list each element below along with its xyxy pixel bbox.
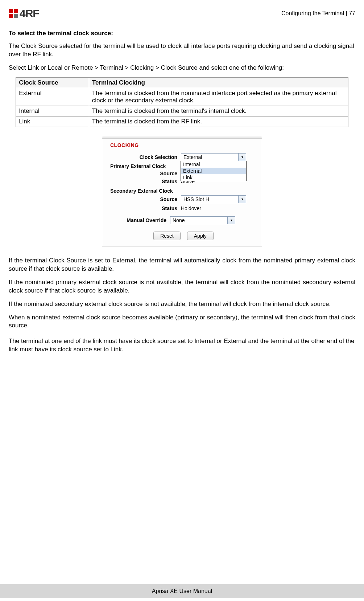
- logo-icon: [9, 9, 18, 18]
- table-header-2: Terminal Clocking: [89, 77, 348, 88]
- secondary-source-value: HSS Slot H: [183, 196, 209, 202]
- para-3: If the nominated secondary external cloc…: [9, 300, 355, 308]
- apply-button[interactable]: Apply: [187, 232, 214, 240]
- manual-override-label: Manual Override: [110, 217, 170, 223]
- table-header-1: Clock Source: [16, 77, 89, 88]
- page-footer: Aprisa XE User Manual: [0, 584, 364, 598]
- page-number: 77: [349, 10, 355, 16]
- clock-selection-dropdown[interactable]: Internal External Link: [181, 161, 247, 181]
- para-1: If the terminal Clock Source is set to E…: [9, 257, 355, 273]
- secondary-source-label: Source: [110, 196, 181, 202]
- intro-para-1: The Clock Source selected for the termin…: [9, 42, 355, 59]
- dropdown-option-external[interactable]: External: [181, 168, 246, 174]
- table-row: External The terminal is clocked from th…: [16, 88, 348, 106]
- secondary-status-label: Status: [110, 205, 181, 211]
- logo: 4RF: [9, 7, 39, 20]
- clock-selection-label: Clock Selection: [110, 154, 181, 160]
- manual-override-select[interactable]: None ▾: [170, 216, 235, 224]
- secondary-status-value: Holdover: [181, 205, 201, 211]
- dropdown-option-internal[interactable]: Internal: [181, 161, 246, 168]
- panel-title-bar: [102, 136, 262, 139]
- secondary-external-clock-heading: Secondary External Clock: [110, 188, 257, 194]
- cell: The terminal is clocked from the nominat…: [89, 88, 348, 106]
- intro-para-2: Select Link or Local or Remote > Termina…: [9, 64, 355, 72]
- para-2: If the nominated primary external clock …: [9, 278, 355, 295]
- cell: External: [16, 88, 89, 106]
- primary-source-label: Source: [110, 171, 181, 176]
- cell: The terminal is clocked from the RF link…: [89, 116, 348, 127]
- header-sep: |: [344, 10, 349, 16]
- panel-heading: CLOCKING: [110, 142, 257, 148]
- clocking-panel: CLOCKING Clock Selection External ▾ Inte…: [102, 136, 262, 246]
- dropdown-option-link[interactable]: Link: [181, 174, 246, 181]
- chevron-down-icon[interactable]: ▾: [238, 196, 246, 203]
- chevron-down-icon[interactable]: ▾: [238, 154, 246, 161]
- primary-status-label: Status: [110, 179, 181, 184]
- reset-button[interactable]: Reset: [153, 232, 181, 240]
- clock-selection-select[interactable]: External ▾: [181, 153, 246, 161]
- cell: The terminal is clocked from the termina…: [89, 106, 348, 116]
- clock-source-table: Clock Source Terminal Clocking External …: [16, 77, 348, 127]
- para-5: The terminal at one end of the link must…: [9, 337, 355, 354]
- table-row: Internal The terminal is clocked from th…: [16, 106, 348, 116]
- table-row: Link The terminal is clocked from the RF…: [16, 116, 348, 127]
- page-header: 4RF Configuring the Terminal | 77: [9, 7, 355, 20]
- secondary-source-select[interactable]: HSS Slot H ▾: [181, 195, 246, 203]
- chevron-down-icon[interactable]: ▾: [227, 217, 235, 224]
- para-4: When a nominated external clock source b…: [9, 314, 355, 330]
- manual-override-value: None: [173, 217, 185, 223]
- section-heading: To select the terminal clock source:: [9, 30, 355, 37]
- cell: Link: [16, 116, 89, 127]
- header-right: Configuring the Terminal | 77: [281, 10, 355, 17]
- header-section: Configuring the Terminal: [281, 10, 344, 16]
- clock-selection-value: External: [183, 154, 202, 160]
- cell: Internal: [16, 106, 89, 116]
- logo-text: 4RF: [20, 7, 39, 20]
